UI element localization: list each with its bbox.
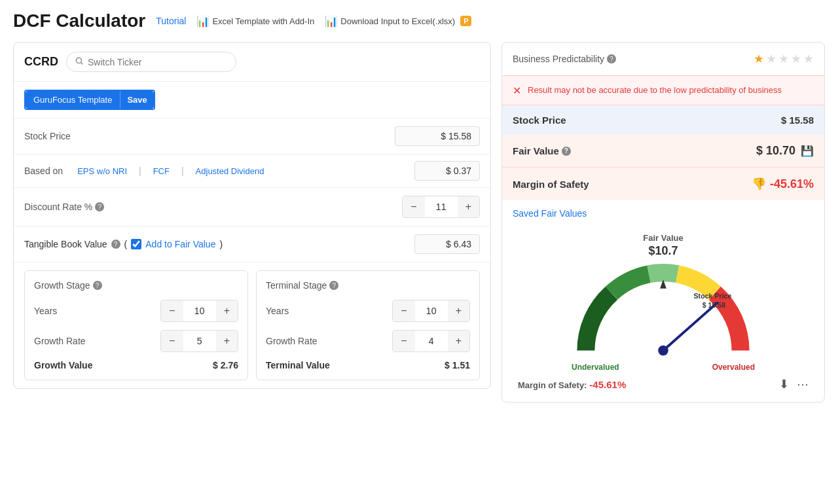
svg-line-1	[81, 63, 83, 65]
discount-minus-button[interactable]: −	[403, 196, 424, 217]
growth-rate-minus[interactable]: −	[161, 331, 183, 351]
terminal-years-value: 10	[415, 301, 448, 321]
left-panel: CCRD GuruFocus Template Save	[13, 42, 491, 403]
fair-value-help-icon[interactable]: ?	[562, 147, 571, 156]
star-rating: ★ ★ ★ ★ ★	[754, 52, 814, 66]
warning-icon: ✕	[513, 84, 521, 97]
result-stock-price-row: Stock Price $ 15.58	[502, 105, 824, 135]
gauge-svg: Stock Price $ 15.58	[572, 262, 755, 360]
warning-banner: ✕ Result may not be accurate due to the …	[502, 75, 824, 105]
download-label: Download Input to Excel(.xlsx)	[340, 16, 455, 26]
gauge-chart-area: Fair Value $10.7	[502, 226, 824, 402]
bp-label-group: Business Predictability ?	[513, 54, 616, 64]
discount-help-icon[interactable]: ?	[95, 202, 104, 211]
growth-years-plus[interactable]: +	[216, 300, 238, 321]
discount-rate-row: Discount Rate % ? − 11 +	[14, 188, 490, 226]
terminal-stage-panel: Terminal Stage ? Years − 10 +	[256, 270, 480, 380]
save-fair-value-icon[interactable]: 💾	[801, 145, 814, 157]
fair-value-label: Fair Value	[513, 145, 559, 156]
terminal-years-minus[interactable]: −	[393, 300, 414, 321]
terminal-stage-title: Terminal Stage ?	[266, 280, 470, 291]
based-on-label: Based on	[24, 166, 63, 176]
terminal-rate-minus[interactable]: −	[393, 331, 414, 351]
tangible-book-value: $ 6.43	[414, 234, 480, 254]
page-title: DCF Calculator	[13, 10, 145, 31]
terminal-years-plus[interactable]: +	[448, 300, 469, 321]
right-panel: Business Predictability ? ★ ★ ★ ★ ★ ✕ Re…	[501, 42, 825, 403]
terminal-rate-field: Growth Rate − 4 +	[266, 330, 470, 352]
excel-icon: 📊	[196, 15, 210, 27]
discount-rate-stepper: − 11 +	[402, 196, 480, 218]
growth-years-minus[interactable]: −	[161, 300, 183, 321]
template-row: GuruFocus Template Save	[14, 82, 490, 118]
fair-value-amount: $ 10.70	[756, 144, 795, 158]
terminal-help-icon[interactable]: ?	[329, 281, 338, 290]
undervalued-label: Undervalued	[572, 363, 619, 372]
growth-rate-value: 5	[183, 331, 216, 351]
search-icon	[75, 56, 84, 67]
tab-fcf[interactable]: FCF	[147, 163, 176, 179]
template-button[interactable]: GuruFocus Template	[26, 91, 120, 109]
bp-label: Business Predictability	[513, 54, 604, 64]
bp-help-icon[interactable]: ?	[607, 54, 616, 63]
result-stock-price-label: Stock Price	[513, 115, 566, 126]
tab-eps[interactable]: EPS w/o NRI	[71, 163, 134, 179]
share-chart-icon[interactable]: ⋯	[797, 377, 809, 391]
growth-years-field: Years − 10 +	[34, 300, 238, 322]
gauge-mos-row: Margin of Safety: -45.61% ⬇ ⋯	[513, 372, 814, 391]
growth-years-stepper: − 10 +	[160, 300, 238, 322]
mos-icon: 👎	[752, 177, 766, 191]
download-chart-icon[interactable]: ⬇	[779, 377, 789, 391]
mos-amount: -45.61%	[770, 177, 814, 191]
fair-value-label-group: Fair Value ?	[513, 145, 571, 156]
tangible-label: Tangible Book Value	[24, 239, 107, 249]
add-to-fair-value-link[interactable]: Add to Fair Value	[145, 239, 215, 249]
star-4: ★	[791, 52, 801, 66]
download-icon: 📊	[325, 15, 338, 27]
based-on-row: Based on EPS w/o NRI | FCF | Adjusted Di…	[14, 154, 490, 188]
growth-years-value: 10	[183, 301, 216, 321]
discount-plus-button[interactable]: +	[458, 196, 479, 217]
ticker-row: CCRD	[14, 43, 490, 82]
terminal-rate-plus[interactable]: +	[448, 331, 469, 351]
terminal-rate-stepper: − 4 +	[392, 330, 470, 352]
terminal-years-stepper: − 10 +	[392, 300, 470, 322]
star-2: ★	[766, 52, 776, 66]
terminal-rate-value: 4	[415, 331, 448, 351]
result-card: Business Predictability ? ★ ★ ★ ★ ★ ✕ Re…	[501, 42, 825, 403]
terminal-footer: Terminal Value $ 1.51	[266, 360, 470, 370]
growth-rate-stepper: − 5 +	[160, 330, 238, 352]
input-card: CCRD GuruFocus Template Save	[13, 42, 491, 389]
gauge-mos-value: -45.61%	[589, 379, 626, 390]
star-5: ★	[803, 52, 814, 66]
growth-stage-title: Growth Stage ?	[34, 280, 238, 291]
svg-text:Stock Price: Stock Price	[694, 292, 732, 300]
gauge-mos-text: Margin of Safety:	[518, 380, 587, 390]
tangible-row: Tangible Book Value ? ( Add to Fair Valu…	[14, 226, 490, 262]
download-link[interactable]: 📊 Download Input to Excel(.xlsx) P	[325, 15, 471, 27]
business-predictability-row: Business Predictability ? ★ ★ ★ ★ ★	[502, 43, 824, 75]
svg-point-0	[76, 58, 81, 63]
tangible-help-icon[interactable]: ?	[111, 240, 120, 249]
growth-value: $ 2.76	[213, 360, 238, 370]
saved-fair-values-link[interactable]: Saved Fair Values	[513, 208, 587, 219]
mos-value-group: 👎 -45.61%	[752, 177, 814, 191]
growth-rate-plus[interactable]: +	[216, 331, 238, 351]
page-header: DCF Calculator Tutorial 📊 Excel Template…	[13, 10, 825, 31]
ticker-search-box[interactable]	[66, 52, 236, 72]
overvalued-label: Overvalued	[712, 363, 755, 372]
tab-adjusted-dividend[interactable]: Adjusted Dividend	[189, 163, 271, 179]
terminal-value: $ 1.51	[445, 360, 470, 370]
svg-text:$ 15.58: $ 15.58	[702, 301, 726, 309]
growth-help-icon[interactable]: ?	[93, 281, 102, 290]
star-1: ★	[754, 52, 764, 66]
growth-footer: Growth Value $ 2.76	[34, 360, 238, 370]
excel-template-link[interactable]: 📊 Excel Template with Add-In	[196, 15, 314, 27]
add-to-fair-value-checkbox[interactable]	[131, 239, 141, 249]
growth-stage-panel: Growth Stage ? Years − 10 +	[24, 270, 248, 380]
save-button[interactable]: Save	[120, 91, 153, 109]
ticker-search-input[interactable]	[88, 57, 228, 67]
tutorial-link[interactable]: Tutorial	[156, 16, 186, 26]
terminal-years-label: Years	[266, 306, 392, 316]
discount-rate-label: Discount Rate %	[24, 202, 92, 212]
